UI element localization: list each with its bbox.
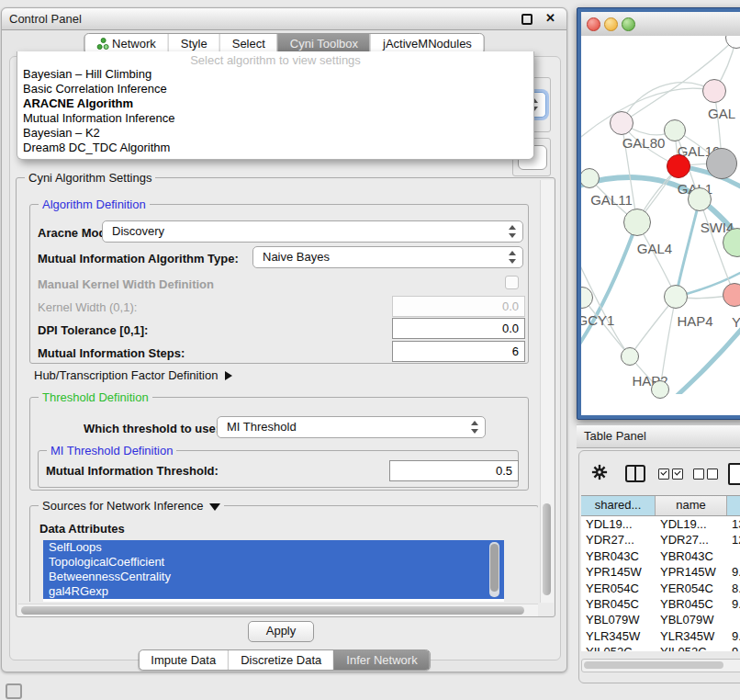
close-traffic-light-icon[interactable] [587,17,600,31]
table-cell: 9. [727,644,740,651]
table-cell: YPR145W [581,564,656,580]
node-gal[interactable] [702,79,726,103]
tab-network[interactable]: Network [84,34,168,53]
tab-impute-data[interactable]: Impute Data [139,650,228,670]
table-row[interactable]: YIL052CYIL052C9. [581,644,740,651]
data-attribute-item[interactable]: TopologicalCoefficient [43,555,504,570]
zoom-traffic-light-icon[interactable] [622,17,635,31]
docked-panel-icon[interactable] [6,683,22,699]
algorithm-option[interactable]: Mutual Information Inference [17,111,533,126]
column-header[interactable]: shared... [581,496,656,515]
network-node[interactable] [651,380,669,399]
tab-discretize-data[interactable]: Discretize Data [228,650,333,670]
algorithm-definition-group: Algorithm Definition Aracne Mode: Discov… [29,204,529,364]
table-row[interactable]: YDR27...YDR27...12 [581,532,740,548]
which-threshold-value: MI Threshold [227,420,297,434]
which-threshold-combo[interactable]: MI Threshold [217,416,486,438]
settings-hscroll-thumb[interactable] [21,606,524,615]
algorithm-option[interactable]: ARACNE Algorithm [17,96,533,111]
tab-style[interactable]: Style [168,34,219,53]
manual-kernel-label: Manual Kernel Width Definition [38,277,214,291]
hub-definition-label: Hub/Transcription Factor Definition [34,368,218,382]
unchecked-checkbox-icon[interactable] [707,469,718,480]
mi-steps-field[interactable]: 6 [392,341,525,362]
minimize-traffic-light-icon[interactable] [604,17,618,31]
algorithm-option[interactable]: Dream8 DC_TDC Algorithm [17,141,533,155]
data-attributes-list[interactable]: SelfLoopsTopologicalCoefficientBetweenne… [43,540,504,602]
node-gal80[interactable] [610,111,633,135]
table-row[interactable]: YPR145WYPR145W9. [581,564,740,580]
table-row[interactable]: YER054CYER054C8. [581,581,740,596]
gear-icon[interactable] [591,464,608,480]
attributes-scrollbar-thumb[interactable] [490,544,499,592]
table-cell: YDL19... [656,516,727,532]
table-cell: YDR27... [656,532,727,548]
unchecked-checkbox-icon[interactable] [693,469,704,480]
node-gal1[interactable] [667,154,690,178]
float-window-icon[interactable] [521,14,533,25]
expand-down-icon [209,503,220,511]
table-cell: YIL052C [656,644,727,651]
table-cell: YER054C [656,581,727,596]
close-icon[interactable]: ✕ [545,11,555,25]
table-cell: 9. [727,564,740,580]
network-canvas[interactable]: GALGAL80GAL10GAL1GAL11SWI4GAL4GCY1HAP4YH… [581,36,740,415]
settings-horizontal-scrollbar[interactable] [18,604,538,616]
column-header[interactable]: A [727,496,740,515]
attributes-list-scrollbar[interactable] [489,542,499,597]
table-cell: 12 [727,532,740,548]
bottom-tab-bar: Impute DataDiscretize DataInfer Network [138,649,430,671]
algorithm-option[interactable]: Bayesian – K2 [17,126,533,141]
apply-button[interactable]: Apply [248,621,314,642]
table-row[interactable]: YBL079WYBL079W [581,612,740,627]
node-hap2[interactable] [621,347,639,366]
node-gal4[interactable] [623,209,651,236]
data-attribute-item[interactable]: BetweennessCentrality [43,570,504,584]
table-cell: 8. [727,581,740,596]
aracne-mode-combo[interactable]: Discovery [102,220,523,243]
tab-cyni-toolbox[interactable]: Cyni Toolbox [277,34,370,53]
cyni-algorithm-settings-group: Cyni Algorithm Settings Algorithm Defini… [16,177,555,617]
table-cell [727,612,740,627]
node-y[interactable] [723,283,740,307]
mi-threshold-label: Mutual Information Threshold: [46,464,219,478]
checked-checkbox-icon[interactable] [672,469,683,480]
tab-infer-network[interactable]: Infer Network [333,650,429,670]
table-hscroll-thumb[interactable] [584,661,723,669]
table-cell: YLR345W [656,628,727,644]
node-label-gal11: GAL11 [590,192,633,208]
columns-icon[interactable] [625,465,645,482]
column-header[interactable]: name [656,496,727,515]
table-row[interactable]: YBR045CYBR045C9. [581,596,740,612]
node-gal10[interactable] [664,119,686,141]
manual-kernel-checkbox[interactable] [505,276,519,289]
table-row[interactable]: YDL19...YDL19...13 [581,516,740,532]
table-cell: 13 [727,516,740,532]
dpi-tolerance-field[interactable]: 0.0 [392,318,525,339]
table-horizontal-scrollbar[interactable] [581,659,740,672]
mi-threshold-field[interactable]: 0.5 [389,460,519,481]
table-row[interactable]: YBR043CYBR043C [581,548,740,564]
table-row[interactable]: YLR345WYLR345W9. [581,628,740,644]
node-swi4[interactable] [688,187,712,211]
settings-vscroll-thumb[interactable] [543,503,551,595]
data-attribute-item[interactable]: gal4RGexp [43,584,504,599]
node-hap4[interactable] [664,285,688,309]
tab-select[interactable]: Select [219,34,277,53]
document-icon[interactable] [728,463,740,485]
table-rows: YDL19...YDL19...13YDR27...YDR27...12YBR0… [581,516,740,651]
algorithm-option[interactable]: Basic Correlation Inference [17,82,533,96]
threshold-definition-title: Threshold Definition [39,390,152,404]
spinner-arrows-icon [470,421,480,434]
network-window-titlebar [581,12,740,37]
network-node[interactable] [706,148,737,179]
hub-definition-expander[interactable]: Hub/Transcription Factor Definition [34,368,232,382]
algorithm-option[interactable]: Bayesian – Hill Climbing [17,67,533,82]
table-cell [727,548,740,564]
table-cell: YDL19... [581,516,656,532]
data-attribute-item[interactable]: SelfLoops [43,540,504,555]
settings-vertical-scrollbar[interactable] [540,180,554,603]
checked-checkbox-icon[interactable] [658,469,669,480]
tab-jactivemnodules[interactable]: jActiveMNodules [370,34,484,53]
mi-type-combo[interactable]: Naive Bayes [252,246,523,268]
